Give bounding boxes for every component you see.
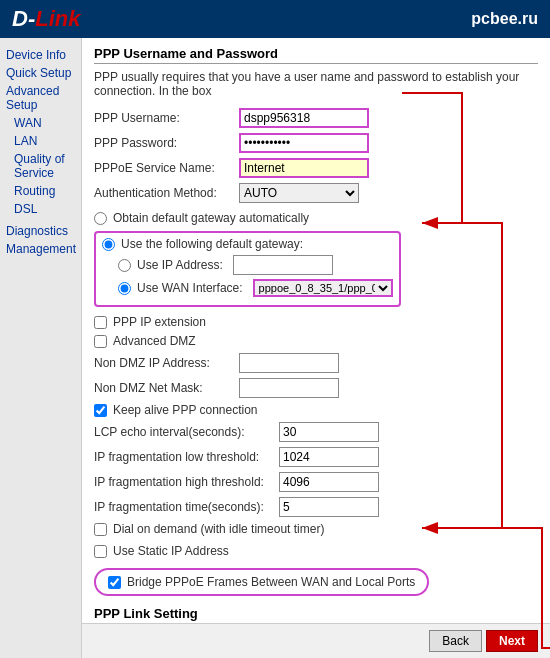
use-following-gateway-row: Use the following default gateway: (102, 237, 393, 251)
header: D-Link pcbee.ru (0, 0, 550, 38)
obtain-gateway-radio[interactable] (94, 212, 107, 225)
section-title: PPP Username and Password (94, 46, 538, 64)
use-wan-radio[interactable] (118, 282, 131, 295)
use-following-gateway-label: Use the following default gateway: (121, 237, 303, 251)
non-dmz-mask-input[interactable] (239, 378, 339, 398)
sidebar-item-device-info[interactable]: Device Info (6, 46, 75, 64)
service-row: PPPoE Service Name: (94, 158, 538, 178)
obtain-gateway-row: Obtain default gateway automatically (94, 211, 538, 225)
ppp-ip-ext-row: PPP IP extension (94, 315, 538, 329)
username-label: PPP Username: (94, 111, 239, 125)
dial-on-demand-label: Dial on demand (with idle timeout timer) (113, 522, 324, 536)
auth-row: Authentication Method: AUTO PAP CHAP (94, 183, 538, 203)
use-ip-row: Use IP Address: (118, 255, 393, 275)
username-input[interactable] (239, 108, 369, 128)
obtain-gateway-label: Obtain default gateway automatically (113, 211, 309, 225)
sidebar: Device Info Quick Setup Advanced Setup W… (0, 38, 82, 658)
dial-on-demand-checkbox[interactable] (94, 523, 107, 536)
ip-address-input[interactable] (233, 255, 333, 275)
keep-alive-row: Keep alive PPP connection (94, 403, 538, 417)
ppp-ip-ext-label: PPP IP extension (113, 315, 206, 329)
sidebar-item-lan[interactable]: LAN (6, 132, 75, 150)
use-ip-radio[interactable] (118, 259, 131, 272)
use-wan-label: Use WAN Interface: (137, 281, 243, 295)
ip-frag-time-input[interactable] (279, 497, 379, 517)
service-label: PPPoE Service Name: (94, 161, 239, 175)
sidebar-item-routing[interactable]: Routing (6, 182, 75, 200)
sidebar-item-quick-setup[interactable]: Quick Setup (6, 64, 75, 82)
lcp-echo-label: LCP echo interval(seconds): (94, 425, 279, 439)
lcp-echo-input[interactable] (279, 422, 379, 442)
ppp-link-section: PPP Link Setting MTU (94, 606, 538, 623)
non-dmz-mask-row: Non DMZ Net Mask: (94, 378, 538, 398)
use-following-gateway-radio[interactable] (102, 238, 115, 251)
password-label: PPP Password: (94, 136, 239, 150)
sidebar-item-management[interactable]: Management (6, 240, 75, 258)
sidebar-item-diagnostics[interactable]: Diagnostics (6, 222, 75, 240)
non-dmz-ip-row: Non DMZ IP Address: (94, 353, 538, 373)
sidebar-item-wan[interactable]: WAN (6, 114, 75, 132)
bridge-row: Bridge PPPoE Frames Between WAN and Loca… (94, 568, 429, 596)
main-content: PPP Username and Password PPP usually re… (82, 38, 550, 623)
auth-select[interactable]: AUTO PAP CHAP (239, 183, 359, 203)
use-wan-row: Use WAN Interface: pppoe_0_8_35_1/ppp_0_… (118, 279, 393, 297)
non-dmz-ip-label: Non DMZ IP Address: (94, 356, 239, 370)
keep-alive-checkbox[interactable] (94, 404, 107, 417)
advanced-dmz-checkbox[interactable] (94, 335, 107, 348)
ip-frag-high-row: IP fragmentation high threshold: (94, 472, 538, 492)
wan-interface-select[interactable]: pppoe_0_8_35_1/ppp_0_8_35_1 (253, 279, 393, 297)
static-ip-label: Use Static IP Address (113, 544, 229, 558)
service-input[interactable] (239, 158, 369, 178)
ip-frag-low-row: IP fragmentation low threshold: (94, 447, 538, 467)
ip-frag-low-label: IP fragmentation low threshold: (94, 450, 279, 464)
sidebar-item-advanced-setup[interactable]: Advanced Setup (6, 82, 75, 114)
advanced-dmz-row: Advanced DMZ (94, 334, 538, 348)
non-dmz-mask-label: Non DMZ Net Mask: (94, 381, 239, 395)
non-dmz-ip-input[interactable] (239, 353, 339, 373)
password-row: PPP Password: (94, 133, 538, 153)
bottom-bar: Back Next (82, 623, 550, 658)
auth-label: Authentication Method: (94, 186, 239, 200)
use-ip-label: Use IP Address: (137, 258, 223, 272)
back-button[interactable]: Back (429, 630, 482, 652)
keep-alive-label: Keep alive PPP connection (113, 403, 258, 417)
username-row: PPP Username: (94, 108, 538, 128)
lcp-echo-row: LCP echo interval(seconds): (94, 422, 538, 442)
ppp-ip-ext-checkbox[interactable] (94, 316, 107, 329)
bridge-checkbox[interactable] (108, 576, 121, 589)
ip-frag-time-label: IP fragmentation time(seconds): (94, 500, 279, 514)
gateway-section: Obtain default gateway automatically Use… (94, 211, 538, 307)
ip-frag-high-label: IP fragmentation high threshold: (94, 475, 279, 489)
dial-on-demand-row: Dial on demand (with idle timeout timer) (94, 522, 538, 536)
bridge-label: Bridge PPPoE Frames Between WAN and Loca… (127, 575, 415, 589)
next-button[interactable]: Next (486, 630, 538, 652)
ip-frag-time-row: IP fragmentation time(seconds): (94, 497, 538, 517)
intro-text: PPP usually requires that you have a use… (94, 70, 538, 98)
ip-frag-high-input[interactable] (279, 472, 379, 492)
bridge-section: Bridge PPPoE Frames Between WAN and Loca… (94, 568, 538, 596)
ppp-link-title: PPP Link Setting (94, 606, 538, 623)
static-ip-checkbox[interactable] (94, 545, 107, 558)
site-name: pcbee.ru (471, 10, 538, 28)
password-input[interactable] (239, 133, 369, 153)
sidebar-item-dsl[interactable]: DSL (6, 200, 75, 218)
advanced-dmz-label: Advanced DMZ (113, 334, 196, 348)
sidebar-item-quality-of-service[interactable]: Quality of Service (6, 150, 75, 182)
static-ip-row: Use Static IP Address (94, 544, 538, 558)
ip-frag-low-input[interactable] (279, 447, 379, 467)
logo: D-Link (12, 6, 80, 32)
